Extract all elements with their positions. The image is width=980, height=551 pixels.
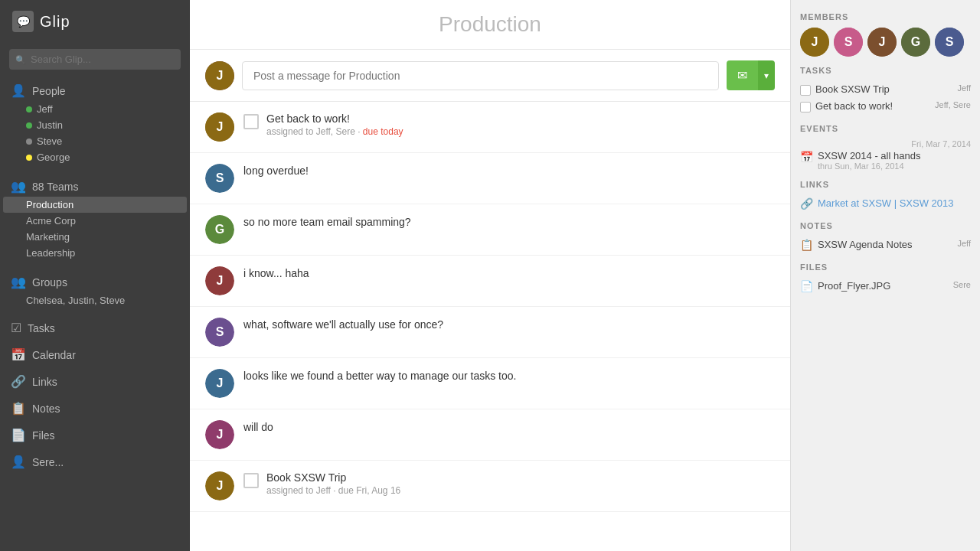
task-title: Book SXSW Trip	[266, 471, 400, 484]
message-text: will do	[243, 421, 273, 433]
message-text: long overdue!	[243, 165, 309, 177]
message-content: i know... haha	[243, 266, 775, 282]
panel-task-title: Book SXSW Trip	[815, 83, 952, 95]
file-title[interactable]: Proof_Flyer.JPG	[818, 280, 949, 292]
member-avatar-5[interactable]: S	[935, 28, 964, 57]
nav-tasks-label: Tasks	[28, 322, 55, 334]
sidebar-header: 💬 Glip	[0, 0, 190, 43]
message-content: so no more team email spamming?	[243, 215, 775, 230]
task-checkbox[interactable]	[243, 473, 259, 488]
people-icon: 👤	[11, 83, 26, 98]
nav-notes[interactable]: 📋 Notes	[0, 395, 190, 422]
sidebar-team-marketing[interactable]: Marketing	[0, 229, 190, 245]
person-name-george: George	[37, 152, 70, 163]
message-content: looks like we found a better way to mana…	[243, 369, 775, 384]
avatar: S	[205, 318, 234, 347]
panel-task-author: Jeff, Sere	[935, 100, 971, 109]
status-dot-steve	[26, 139, 32, 145]
note-title[interactable]: SXSW Agenda Notes	[818, 239, 952, 250]
nav-links-label: Links	[32, 376, 57, 388]
teams-section-header: 👥 88 Teams	[0, 171, 190, 197]
event-dates: thru Sun, Mar 16, 2014	[818, 161, 920, 171]
message-text: looks like we found a better way to mana…	[243, 370, 516, 382]
member-avatar-3[interactable]: J	[867, 28, 897, 57]
calendar-icon: 📅	[11, 347, 26, 362]
sidebar: 💬 Glip 👤 People Jeff Justin Steve George…	[0, 0, 190, 551]
event-date-label: Fri, Mar 7, 2014	[800, 139, 971, 148]
post-message-button[interactable]: ✉	[727, 60, 758, 90]
table-row: J Book SXSW Trip assigned to Jeff · due …	[190, 461, 790, 512]
groups-section-header: 👥 Groups	[0, 267, 190, 292]
avatar: J	[205, 369, 234, 398]
avatar: J	[205, 266, 234, 295]
panel-task-item: Get back to work! Jeff, Sere	[800, 98, 971, 115]
event-title[interactable]: SXSW 2014 - all hands	[818, 150, 920, 161]
nav-links[interactable]: 🔗 Links	[0, 368, 190, 395]
message-text: i know... haha	[243, 267, 309, 279]
people-section-header: 👤 People	[0, 76, 190, 101]
members-row: J S J G S	[800, 28, 971, 57]
sidebar-person[interactable]: Justin	[0, 117, 190, 133]
sidebar-team-production[interactable]: Production	[3, 197, 187, 213]
task-checkbox[interactable]	[243, 114, 259, 129]
file-item: 📄 Proof_Flyer.JPG Sere	[800, 278, 971, 295]
logo-text: Glip	[40, 13, 70, 31]
avatar: S	[205, 164, 234, 193]
teams-section-label: 88 Teams	[32, 181, 78, 193]
sidebar-team-leadership[interactable]: Leadership	[0, 245, 190, 261]
link-icon: 🔗	[800, 197, 813, 210]
tasks-section-title: TASKS	[800, 66, 971, 75]
groups-section-label: Groups	[32, 276, 67, 289]
events-section-title: EVENTS	[800, 124, 971, 133]
nav-tasks[interactable]: ☑ Tasks	[0, 315, 190, 341]
table-row: S what, software we'll actually use for …	[190, 307, 790, 358]
due-label: due today	[363, 126, 403, 137]
panel-task-author: Jeff	[957, 83, 971, 93]
main-header: Production	[190, 0, 790, 50]
page-title: Production	[202, 12, 778, 37]
message-content: Book SXSW Trip assigned to Jeff · due Fr…	[243, 471, 775, 496]
nav-notes-label: Notes	[32, 403, 60, 415]
nav-sere[interactable]: 👤 Sere...	[0, 448, 190, 475]
member-avatar-4[interactable]: G	[901, 28, 930, 57]
post-dropdown-button[interactable]: ▾	[758, 60, 775, 90]
sere-icon: 👤	[11, 455, 26, 469]
nav-calendar[interactable]: 📅 Calendar	[0, 341, 190, 368]
event-icon: 📅	[800, 151, 813, 163]
event-item: 📅 SXSW 2014 - all hands thru Sun, Mar 16…	[800, 150, 971, 171]
compose-user-avatar: J	[205, 61, 234, 90]
nav-sere-label: Sere...	[32, 456, 64, 468]
search-container	[0, 43, 190, 76]
sidebar-person[interactable]: Steve	[0, 133, 190, 149]
message-content: long overdue!	[243, 164, 775, 179]
search-input[interactable]	[9, 49, 181, 70]
link-title[interactable]: Market at SXSW | SXSW 2013	[818, 197, 954, 209]
note-author: Jeff	[957, 239, 971, 248]
note-icon: 📋	[800, 239, 813, 251]
person-name-jeff: Jeff	[37, 103, 53, 115]
sidebar-team-acmecorp[interactable]: Acme Corp	[0, 213, 190, 229]
member-avatar-1[interactable]: J	[800, 28, 829, 57]
message-input-area: J ✉ ▾	[190, 50, 790, 102]
panel-task-checkbox[interactable]	[800, 102, 811, 112]
files-icon: 📄	[11, 428, 26, 442]
nav-files[interactable]: 📄 Files	[0, 422, 190, 448]
sidebar-group-item[interactable]: Chelsea, Justin, Steve	[0, 292, 190, 308]
message-input[interactable]	[242, 61, 719, 90]
table-row: J i know... haha	[190, 256, 790, 307]
note-item: 📋 SXSW Agenda Notes Jeff	[800, 236, 971, 253]
table-row: J Get back to work! assigned to Jeff, Se…	[190, 102, 790, 153]
panel-task-checkbox[interactable]	[800, 85, 811, 96]
notes-icon: 📋	[11, 401, 26, 416]
sidebar-person[interactable]: George	[0, 149, 190, 165]
link-item: 🔗 Market at SXSW | SXSW 2013	[800, 195, 971, 212]
avatar: J	[205, 420, 234, 449]
file-icon: 📄	[800, 280, 813, 292]
avatar: J	[205, 112, 234, 142]
teams-icon: 👥	[11, 179, 26, 194]
panel-task-title: Get back to work!	[815, 100, 930, 112]
event-details: SXSW 2014 - all hands thru Sun, Mar 16, …	[818, 150, 920, 171]
sidebar-person[interactable]: Jeff	[0, 101, 190, 117]
status-dot-george	[26, 155, 32, 161]
member-avatar-2[interactable]: S	[834, 28, 863, 57]
